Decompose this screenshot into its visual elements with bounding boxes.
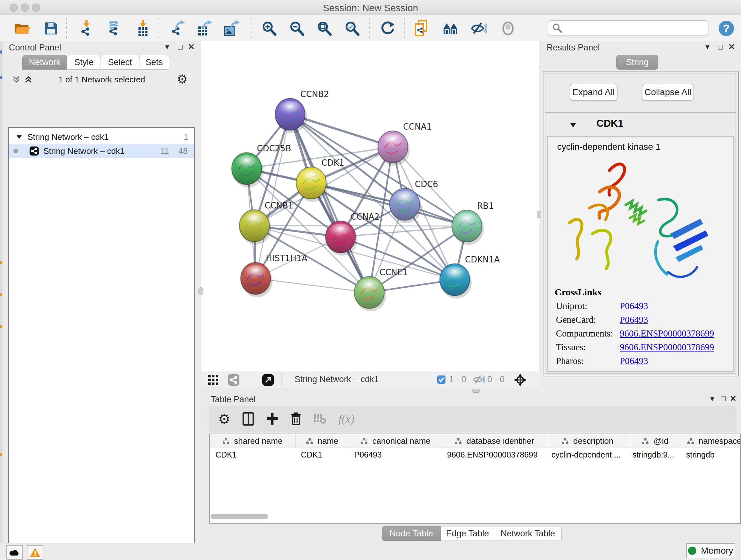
search-icon <box>552 23 562 33</box>
table-panel: Table Panel ▾ □ ✕ ⚙ f(x) shared name nam… <box>204 392 741 543</box>
zoom-in-button[interactable] <box>260 19 278 37</box>
section-collapse-triangle-icon[interactable] <box>569 122 577 128</box>
delete-column-trash-icon[interactable] <box>290 412 301 426</box>
zoom-out-button[interactable] <box>288 19 306 37</box>
cloud-button[interactable] <box>6 545 23 560</box>
crosslink-link[interactable]: 9606.ENSP00000378699 <box>620 342 714 352</box>
tab-sets[interactable]: Sets <box>139 55 169 70</box>
splitter-handle[interactable] <box>199 287 203 295</box>
table-cell[interactable]: CDK1 <box>210 448 295 461</box>
table-cell[interactable]: stringdb:9... <box>627 448 680 461</box>
crosslink-link[interactable]: P06493 <box>620 301 648 311</box>
close-panel-icon[interactable]: ✕ <box>730 394 737 403</box>
column-header-canonical-name[interactable]: canonical name <box>349 434 442 448</box>
network-collection-row[interactable]: String Network – cdk1 1 <box>9 130 194 144</box>
float-panel-icon[interactable]: ▾ <box>705 42 710 51</box>
zoom-in-icon <box>264 22 275 35</box>
table-cell[interactable]: P06493 <box>348 448 441 461</box>
cdk1-section: CDK1 cyclin-dependent kinase 1 <box>545 114 736 374</box>
tab-node-table[interactable]: Node Table <box>382 526 441 541</box>
table-cell[interactable]: 9606.ENSP00000378699 <box>441 448 546 461</box>
memory-button[interactable]: Memory <box>686 543 735 558</box>
crosslink-link[interactable]: P06493 <box>620 356 648 366</box>
search-input[interactable] <box>565 23 708 34</box>
tab-style[interactable]: Style <box>67 55 101 70</box>
network-node-CDK1[interactable]: CDK1 <box>296 158 344 202</box>
export-network-button[interactable] <box>169 19 186 37</box>
scrollbar-thumb[interactable] <box>211 514 268 519</box>
table-row[interactable]: CDK1CDK1P064939606.ENSP00000378699cyclin… <box>210 448 740 461</box>
column-header-database-identifier[interactable]: database identifier <box>442 434 547 448</box>
open-in-browser-icon[interactable] <box>262 374 274 386</box>
network-node-CCNB1[interactable]: CCNB1 <box>239 201 293 245</box>
import-table-button[interactable] <box>134 19 152 37</box>
tab-string[interactable]: String <box>616 55 658 70</box>
import-arrow-icon <box>84 20 90 27</box>
show-columns-icon[interactable] <box>243 412 254 426</box>
maximize-panel-icon[interactable]: □ <box>718 42 723 51</box>
network-overview-button[interactable] <box>442 19 460 37</box>
collapse-all-button[interactable]: Collapse All <box>642 84 694 101</box>
close-panel-icon[interactable]: ✕ <box>728 42 735 51</box>
table-cell[interactable]: CDK1 <box>295 448 348 461</box>
column-header-description[interactable]: description <box>547 434 628 448</box>
open-session-button[interactable] <box>13 19 31 37</box>
network-canvas[interactable]: CCNB2CCNA1CDC25BCDK1CDC6RB1CCNB1CCNA2CDK… <box>201 41 539 371</box>
help-button[interactable]: ? <box>718 19 735 37</box>
export-table-button[interactable] <box>196 19 213 37</box>
create-column-icon[interactable] <box>266 413 278 425</box>
column-header-@id[interactable]: @id <box>628 434 682 448</box>
network-edge[interactable] <box>290 114 369 293</box>
column-header-namespace[interactable]: namespace <box>682 434 741 448</box>
column-header-shared-name[interactable]: shared name <box>210 434 295 448</box>
birds-eye-view-icon[interactable] <box>208 374 219 385</box>
hidden-eye-slash-icon[interactable] <box>473 375 485 384</box>
tab-edge-table[interactable]: Edge Table <box>441 526 494 541</box>
table-settings-gear-icon[interactable]: ⚙ <box>218 411 230 427</box>
tab-network-table[interactable]: Network Table <box>494 526 562 541</box>
zoom-selected-button[interactable] <box>343 19 361 37</box>
panel-settings-gear-icon[interactable]: ⚙ <box>177 72 188 86</box>
fit-content-crosshair-icon[interactable] <box>514 373 527 387</box>
zoom-fit-button[interactable] <box>315 19 333 37</box>
network-node-CDKN1A[interactable]: CDKN1A <box>440 255 500 299</box>
tab-select[interactable]: Select <box>101 55 139 70</box>
float-panel-icon[interactable]: ▾ <box>165 42 169 51</box>
network-node-CDC25B[interactable]: CDC25B <box>232 144 291 187</box>
splitter-handle[interactable] <box>537 211 541 219</box>
splitter-handle[interactable] <box>472 389 480 393</box>
network-edge[interactable] <box>256 278 369 293</box>
crosslink-link[interactable]: 9606.ENSP00000378699 <box>620 328 714 338</box>
network-row-selected[interactable]: String Network – cdk1 11 48 <box>9 144 194 158</box>
network-node-CCNB2[interactable]: CCNB2 <box>275 89 329 133</box>
duplicate-network-button[interactable] <box>414 19 431 37</box>
import-network-file-button[interactable] <box>77 19 95 37</box>
show-all-button[interactable] <box>499 19 517 37</box>
network-node-CCNE1[interactable]: CCNE1 <box>354 267 408 311</box>
apply-layout-button[interactable] <box>379 19 397 37</box>
warnings-button[interactable] <box>27 545 44 560</box>
collapse-triangle-icon[interactable] <box>16 134 22 139</box>
maximize-panel-icon[interactable]: □ <box>721 394 726 403</box>
tab-network[interactable]: Network <box>22 55 67 70</box>
save-session-button[interactable] <box>42 19 60 37</box>
table-cell[interactable]: cyclin-dependent ... <box>546 448 627 461</box>
export-image-button[interactable] <box>223 19 241 37</box>
table-cell[interactable]: stringdb <box>680 448 741 461</box>
network-node-RB1[interactable]: RB1 <box>452 201 494 245</box>
column-header-name[interactable]: name <box>295 434 349 448</box>
selected-checkbox-icon[interactable] <box>437 375 446 384</box>
maximize-panel-icon[interactable]: □ <box>178 42 183 51</box>
network-node-HIST1H1A[interactable]: HIST1H1A <box>241 253 307 297</box>
network-node-CCNA1[interactable]: CCNA1 <box>378 122 432 166</box>
close-panel-icon[interactable]: ✕ <box>188 42 195 51</box>
hide-selected-button[interactable] <box>470 19 488 37</box>
crosslink-label: Tissues: <box>556 342 620 353</box>
float-panel-icon[interactable]: ▾ <box>710 394 714 403</box>
import-network-database-button[interactable] <box>105 19 123 37</box>
save-icon <box>44 21 58 36</box>
crosslink-link[interactable]: P06493 <box>620 314 648 325</box>
network-chip-icon[interactable] <box>227 374 240 386</box>
horizontal-scrollbar[interactable] <box>211 514 737 520</box>
expand-all-button[interactable]: Expand All <box>569 84 617 101</box>
